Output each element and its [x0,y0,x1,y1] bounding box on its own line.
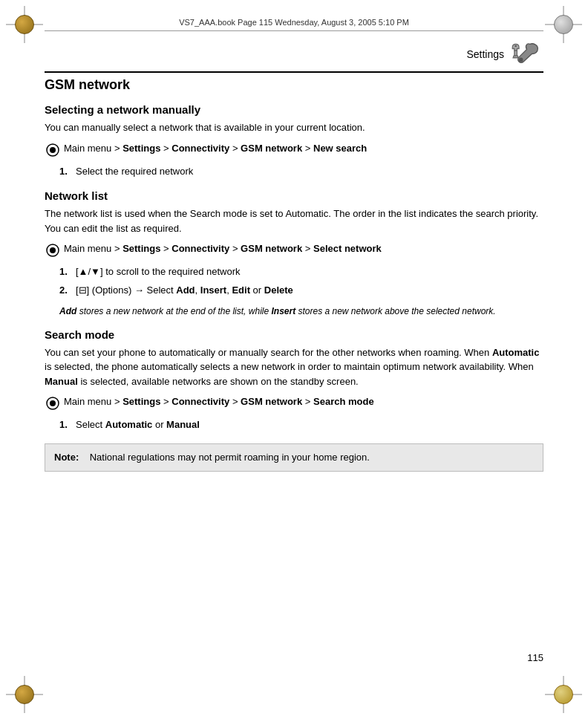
search-mode-step-1: 1. Select Automatic or Manual [59,417,543,433]
header-title-area: Settings [466,41,543,67]
gsm-network-title: GSM network [45,77,543,93]
network-list-section-title: Network list [45,189,543,202]
network-list-step-1: 1. [▲/▼] to scroll to the required netwo… [59,264,543,280]
svg-point-2 [514,45,517,48]
menu-circle-icon-2 [45,242,61,258]
svg-point-6 [50,247,56,253]
search-mode-body-text: You can set your phone to automatically … [45,345,543,389]
search-mode-menu-text: Main menu > Settings > Connectivity > GS… [64,394,374,409]
selecting-steps: 1. Select the required network [59,164,543,180]
network-list-step-2: 2. [⊟] (Options) → Select Add, Insert, E… [59,283,543,299]
search-mode-menu-path: Main menu > Settings > Connectivity > GS… [45,394,543,411]
file-info-bar: VS7_AAA.book Page 115 Wednesday, August … [45,16,543,31]
selecting-menu-path: Main menu > Settings > Connectivity > GS… [45,141,543,158]
network-list-menu-text: Main menu > Settings > Connectivity > GS… [64,241,382,256]
svg-rect-1 [514,51,517,56]
selecting-body-text: You can manually select a network that i… [45,120,543,135]
menu-circle-icon-3 [45,395,61,411]
selecting-menu-text: Main menu > Settings > Connectivity > GS… [64,141,367,156]
corner-decoration-br [545,676,582,713]
page-number: 115 [527,652,543,663]
menu-circle-icon-1 [45,142,61,158]
main-content: Settings GSM network Selecting a network [45,41,543,678]
note-content: National regulations may not permit roam… [90,452,370,463]
corner-decoration-tl [6,6,43,43]
selecting-section-title: Selecting a network manually [45,103,543,116]
network-list-menu-path: Main menu > Settings > Connectivity > GS… [45,241,543,258]
header-title: Settings [466,48,504,60]
search-mode-steps: 1. Select Automatic or Manual [59,417,543,433]
selecting-step-1: 1. Select the required network [59,164,543,180]
note-box: Note: National regulations may not permi… [45,443,543,472]
note-text [82,452,87,463]
network-list-italic-note: Add stores a new network at the end of t… [59,305,543,318]
corner-decoration-tr [545,6,582,43]
search-mode-section-title: Search mode [45,328,543,341]
page-header: Settings [45,41,543,73]
svg-point-0 [519,58,522,61]
note-label: Note: [54,452,79,463]
svg-point-8 [50,400,56,406]
network-list-body-text: The network list is used when the Search… [45,206,543,235]
network-list-steps: 1. [▲/▼] to scroll to the required netwo… [59,264,543,299]
file-info-text: VS7_AAA.book Page 115 Wednesday, August … [179,18,409,27]
svg-point-4 [50,147,56,153]
settings-tool-icon [510,41,543,67]
corner-decoration-bl [6,676,43,713]
